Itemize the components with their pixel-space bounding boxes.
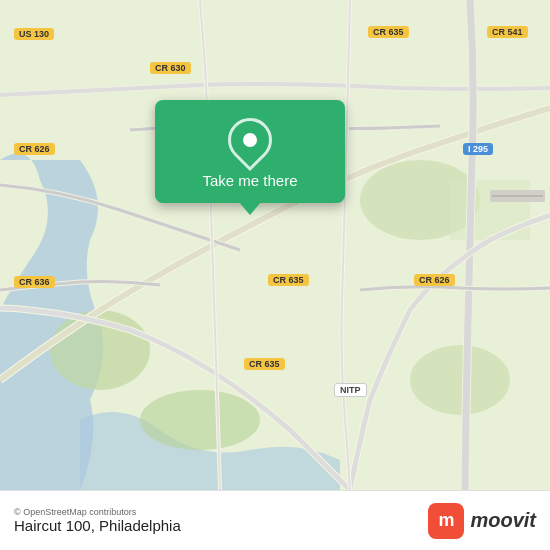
moovit-icon: m: [428, 503, 464, 539]
road-label-cr635-mid: CR 635: [268, 274, 309, 286]
svg-point-3: [140, 390, 260, 450]
road-label-cr635-bot: CR 635: [244, 358, 285, 370]
road-label-cr636: CR 636: [14, 276, 55, 288]
svg-point-4: [410, 345, 510, 415]
moovit-logo: m moovit: [428, 503, 536, 539]
map-svg: [0, 0, 550, 490]
map-container: US 130 CR 630 CR 635 CR 541 CR 626 I 295…: [0, 0, 550, 490]
moovit-text: moovit: [470, 509, 536, 532]
svg-rect-7: [492, 195, 543, 197]
svg-rect-5: [450, 180, 530, 240]
road-label-cr541: CR 541: [487, 26, 528, 38]
location-name: Haircut 100, Philadelphia: [14, 517, 181, 534]
location-info: © OpenStreetMap contributors Haircut 100…: [14, 507, 181, 534]
road-label-cr626-left: CR 626: [14, 143, 55, 155]
road-label-cr630: CR 630: [150, 62, 191, 74]
road-label-cr635-top: CR 635: [368, 26, 409, 38]
osm-credit: © OpenStreetMap contributors: [14, 507, 181, 517]
take-me-there-button[interactable]: Take me there: [155, 100, 345, 203]
road-label-nitp: NITP: [334, 383, 367, 397]
road-label-i295: I 295: [463, 143, 493, 155]
road-label-cr626-right: CR 626: [414, 274, 455, 286]
location-pin-icon: [219, 109, 281, 171]
road-label-us130: US 130: [14, 28, 54, 40]
bottom-bar: © OpenStreetMap contributors Haircut 100…: [0, 490, 550, 550]
popup-label: Take me there: [202, 172, 297, 189]
